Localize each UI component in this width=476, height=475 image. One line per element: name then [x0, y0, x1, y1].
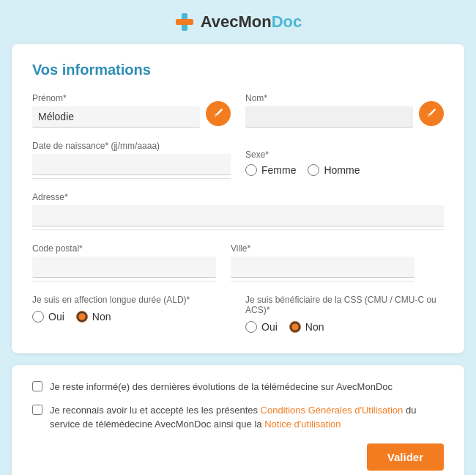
nom-edit-button[interactable] [419, 101, 444, 126]
sexe-radio-group: Femme Homme [245, 164, 444, 179]
ald-label: Je suis en affection longue durée (ALD)* [32, 295, 231, 305]
sexe-group: Sexe* Femme Homme [245, 150, 444, 179]
homme-radio[interactable] [308, 164, 319, 176]
ald-non-radio[interactable] [76, 311, 88, 323]
css-non-label[interactable]: Non [289, 321, 324, 333]
ald-non-label[interactable]: Non [76, 311, 111, 323]
logo-text: AvecMonDoc [201, 12, 302, 32]
cgv-part1: Je reconnais avoir lu et accepté les les… [50, 405, 261, 416]
adresse-label: Adresse* [32, 192, 444, 202]
femme-radio-label[interactable]: Femme [245, 164, 296, 176]
nom-input[interactable] [245, 106, 413, 128]
consent-card: Je reste informé(e) des dernières évolut… [12, 365, 464, 475]
cgv-checkbox[interactable] [32, 405, 42, 415]
edit-icon [212, 108, 224, 119]
prenom-input[interactable] [32, 106, 200, 128]
ville-label: Ville* [231, 243, 414, 254]
adresse-group: Adresse* [32, 192, 444, 230]
prenom-field-group: Prénom* [32, 93, 200, 128]
logo-header: AvecMonDoc [174, 12, 302, 32]
cgv-text: Je reconnais avoir lu et accepté les les… [50, 403, 444, 432]
prenom-nom-row: Prénom* Nom* [32, 93, 444, 128]
adresse-row: Adresse* [32, 192, 444, 230]
edit-icon-2 [425, 108, 437, 119]
ville-input[interactable] [231, 257, 414, 278]
adresse-input[interactable] [32, 205, 444, 227]
dob-sexe-row: Date de naissance* (jj/mm/aaaa) Sexe* Fe… [32, 141, 444, 179]
prenom-edit-button[interactable] [206, 101, 231, 126]
nom-group: Nom* [245, 93, 444, 128]
css-label: Je suis bénéficiaire de la CSS (CMU / CM… [245, 295, 444, 315]
css-oui-radio[interactable] [245, 321, 257, 333]
nom-label: Nom* [245, 93, 413, 103]
ville-group: Ville* [231, 243, 414, 281]
prenom-label: Prénom* [32, 93, 200, 103]
css-radio-group: Oui Non [245, 321, 444, 336]
cgv-item: Je reconnais avoir lu et accepté les les… [32, 403, 444, 432]
dob-label: Date de naissance* (jj/mm/aaaa) [32, 141, 231, 151]
femme-radio[interactable] [245, 164, 257, 176]
css-non-text: Non [305, 321, 324, 333]
ald-css-row: Je suis en affection longue durée (ALD)*… [32, 295, 444, 336]
homme-radio-label[interactable]: Homme [308, 164, 360, 176]
cgv-link1[interactable]: Conditions Générales d'Utilisation [261, 405, 404, 416]
dob-group: Date de naissance* (jj/mm/aaaa) [32, 141, 231, 179]
newsletter-item: Je reste informé(e) des dernières évolut… [32, 380, 444, 394]
codepostal-ville-row: Code postal* Ville* [32, 243, 444, 281]
codepostal-group: Code postal* [32, 243, 216, 281]
sexe-label: Sexe* [245, 150, 444, 160]
nom-field-group: Nom* [245, 93, 413, 128]
codepostal-label: Code postal* [32, 243, 216, 254]
ald-oui-radio[interactable] [32, 311, 44, 323]
card-title: Vos informations [32, 62, 444, 78]
vos-informations-card: Vos informations Prénom* Nom* Date de na… [12, 44, 464, 353]
newsletter-checkbox[interactable] [32, 381, 42, 391]
logo-cross-icon [174, 12, 195, 32]
ald-non-text: Non [92, 311, 111, 323]
ald-group: Je suis en affection longue durée (ALD)*… [32, 295, 231, 336]
homme-radio-text: Homme [324, 164, 360, 176]
validate-button[interactable]: Valider [367, 443, 444, 471]
codepostal-input[interactable] [32, 257, 216, 278]
femme-radio-text: Femme [261, 164, 296, 176]
css-group: Je suis bénéficiaire de la CSS (CMU / CM… [245, 295, 444, 336]
css-oui-label[interactable]: Oui [245, 321, 278, 333]
ald-oui-label[interactable]: Oui [32, 311, 64, 323]
prenom-group: Prénom* [32, 93, 231, 128]
svg-rect-1 [176, 19, 193, 25]
ald-radio-group: Oui Non [32, 311, 231, 325]
cgv-link2[interactable]: Notice d'utilisation [264, 419, 341, 430]
ald-oui-text: Oui [48, 311, 64, 323]
newsletter-text: Je reste informé(e) des dernières évolut… [50, 380, 393, 394]
css-non-radio[interactable] [289, 321, 301, 333]
css-oui-text: Oui [261, 321, 278, 333]
dob-input[interactable] [32, 154, 231, 175]
validate-row: Valider [32, 443, 444, 471]
